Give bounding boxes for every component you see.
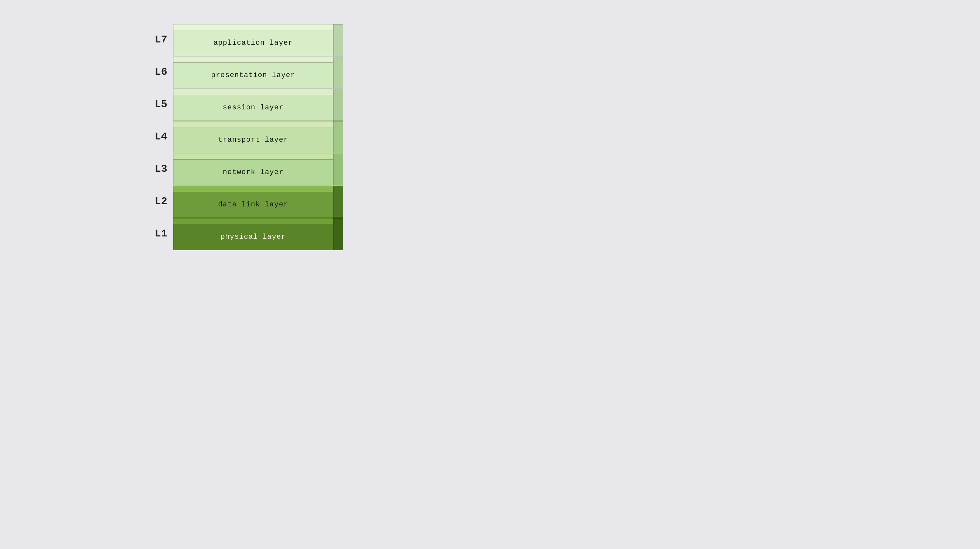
layer-label-l2: L2 xyxy=(147,195,173,207)
layer-row-l7: L7application layer xyxy=(147,24,343,55)
layer-box-l5: session layer xyxy=(173,89,343,120)
layer-label-l7: L7 xyxy=(147,33,173,46)
layer-front-l3: network layer xyxy=(173,159,333,186)
layer-label-l5: L5 xyxy=(147,98,173,110)
layer-row-l4: L4transport layer xyxy=(147,121,343,152)
layer-box-l4: transport layer xyxy=(173,121,343,152)
layer-front-l6: presentation layer xyxy=(173,62,333,89)
layer-stack: L7application layerL6presentation layerL… xyxy=(147,24,343,250)
layer-box-l6: presentation layer xyxy=(173,57,343,88)
layer-box-l3: network layer xyxy=(173,153,343,185)
layer-label-l3: L3 xyxy=(147,163,173,175)
layer-front-l7: application layer xyxy=(173,30,333,56)
layer-row-l5: L5session layer xyxy=(147,89,343,120)
layer-label-l1: L1 xyxy=(147,228,173,240)
layer-front-l2: data link layer xyxy=(173,192,333,218)
layer-label-l4: L4 xyxy=(147,130,173,143)
layer-box-l1: physical layer xyxy=(173,218,343,249)
layer-box-l2: data link layer xyxy=(173,186,343,217)
layer-row-l1: L1physical layer xyxy=(147,218,343,249)
layer-row-l6: L6presentation layer xyxy=(147,57,343,88)
osi-diagram: L7application layerL6presentation layerL… xyxy=(147,24,343,250)
layer-label-l6: L6 xyxy=(147,66,173,78)
layer-front-l1: physical layer xyxy=(173,224,333,250)
layer-front-l4: transport layer xyxy=(173,127,333,153)
layer-front-l5: session layer xyxy=(173,95,333,121)
layer-row-l3: L3network layer xyxy=(147,153,343,185)
layer-box-l7: application layer xyxy=(173,24,343,55)
layer-row-l2: L2data link layer xyxy=(147,186,343,217)
